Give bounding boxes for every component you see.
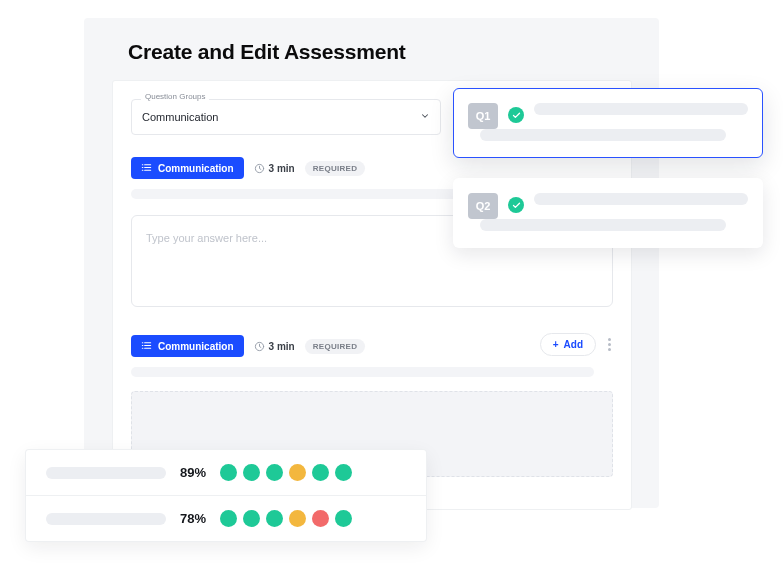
score-dot xyxy=(312,510,329,527)
question-groups-select[interactable]: Communication xyxy=(131,99,441,135)
group-chip-1[interactable]: Communication xyxy=(131,157,244,179)
question-card-q2[interactable]: Q2 xyxy=(453,178,763,248)
page-title: Create and Edit Assessment xyxy=(128,40,406,64)
group-duration-2: 3 min xyxy=(254,341,295,352)
question-cards: Q1 Q2 xyxy=(453,88,763,248)
result-percent: 89% xyxy=(180,465,206,480)
list-icon xyxy=(141,340,152,353)
score-dot xyxy=(335,510,352,527)
question-id-badge: Q1 xyxy=(468,103,498,129)
check-icon xyxy=(508,107,524,123)
result-percent: 78% xyxy=(180,511,206,526)
score-dot xyxy=(220,464,237,481)
score-dot xyxy=(266,464,283,481)
group-duration-1: 3 min xyxy=(254,163,295,174)
clock-icon xyxy=(254,163,265,174)
score-dot xyxy=(243,510,260,527)
add-button[interactable]: + Add xyxy=(540,333,596,356)
required-pill-2: REQUIRED xyxy=(305,339,366,354)
score-dot xyxy=(289,464,306,481)
add-label: Add xyxy=(564,339,583,350)
group-chip-2[interactable]: Communication xyxy=(131,335,244,357)
skeleton-lines xyxy=(534,193,748,231)
check-icon xyxy=(508,197,524,213)
chip-label: Communication xyxy=(158,163,234,174)
score-dot xyxy=(335,464,352,481)
select-value: Communication xyxy=(142,111,218,123)
score-dot xyxy=(266,510,283,527)
chip-label: Communication xyxy=(158,341,234,352)
skeleton-label xyxy=(46,513,166,525)
score-dots-2 xyxy=(220,510,352,527)
skeleton-line xyxy=(131,367,594,377)
score-dot xyxy=(243,464,260,481)
result-row-1: 89% xyxy=(26,450,426,496)
skeleton-label xyxy=(46,467,166,479)
required-pill-1: REQUIRED xyxy=(305,161,366,176)
chevron-down-icon xyxy=(420,111,430,123)
score-dots-1 xyxy=(220,464,352,481)
select-legend: Question Groups xyxy=(141,92,209,101)
plus-icon: + xyxy=(553,339,559,350)
results-panel: 89% 78% xyxy=(26,450,426,541)
score-dot xyxy=(220,510,237,527)
question-id-badge: Q2 xyxy=(468,193,498,219)
question-groups-select-wrap: Question Groups Communication xyxy=(131,99,441,135)
result-row-2: 78% xyxy=(26,496,426,541)
list-icon xyxy=(141,162,152,175)
group-actions: + Add xyxy=(540,333,613,356)
score-dot xyxy=(312,464,329,481)
skeleton-lines xyxy=(534,103,748,141)
textarea-placeholder: Type your answer here... xyxy=(146,232,267,244)
clock-icon xyxy=(254,341,265,352)
score-dot xyxy=(289,510,306,527)
more-menu[interactable] xyxy=(606,336,613,353)
question-card-q1[interactable]: Q1 xyxy=(453,88,763,158)
question-group-header-2: Communication 3 min REQUIRED + Add xyxy=(131,335,613,357)
